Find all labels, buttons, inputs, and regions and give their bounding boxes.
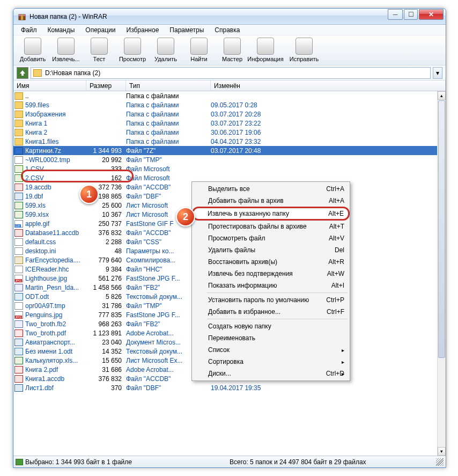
file-type: Файл Microsoft xyxy=(126,174,211,182)
file-size: 777 835 xyxy=(86,311,126,319)
fb2-icon xyxy=(14,320,23,328)
file-date: 09.05.2017 0:28 xyxy=(211,101,437,109)
toolbar-Найти[interactable]: Найти xyxy=(183,36,215,64)
menu-item[interactable]: Добавить файлы в архивAlt+A xyxy=(193,195,349,207)
menu-item[interactable]: Установить пароль по умолчаниюCtrl+P xyxy=(193,294,349,306)
menu-item[interactable]: Сортировка xyxy=(193,356,349,368)
jpg-icon xyxy=(14,275,23,282)
toolbar-Мастер[interactable]: Мастер xyxy=(216,36,248,64)
file-row[interactable]: 599.filesПапка с файлами09.05.2017 0:28 xyxy=(13,100,437,109)
file-size: 20 992 xyxy=(86,156,126,164)
file-name: apple.gif xyxy=(25,220,49,228)
toolbar-Исправить[interactable]: Исправить xyxy=(288,36,320,64)
accdb-icon xyxy=(14,184,23,191)
menu-item[interactable]: Диски...Ctrl+D xyxy=(193,368,349,379)
pdf-icon xyxy=(14,366,23,374)
menu-shortcut: Ctrl+F xyxy=(327,308,344,316)
file-name: Картинки.7z xyxy=(25,147,61,155)
hhc-icon xyxy=(14,266,23,273)
col-name[interactable]: Имя xyxy=(13,80,86,91)
menu-item[interactable]: Показать информациюAlt+I xyxy=(193,280,349,291)
menu-item[interactable]: Извлечь без подтвержденияAlt+W xyxy=(193,268,349,280)
col-date[interactable]: Изменён xyxy=(211,80,446,91)
toolbar-Извлечь...[interactable]: Извлечь... xyxy=(50,36,82,64)
file-name: opr00A9T.tmp xyxy=(25,302,65,310)
menu-file[interactable]: Файл xyxy=(17,25,41,35)
file-row[interactable]: Книга 2Папка с файлами30.06.2017 19:06 xyxy=(13,128,437,137)
menu-operations[interactable]: Операции xyxy=(81,25,120,35)
file-row[interactable]: Лист1.dbf370Файл "DBF"19.04.2017 19:35 xyxy=(13,383,437,392)
scroll-down-button[interactable]: ▾ xyxy=(438,447,446,456)
menu-shortcut: Alt+I xyxy=(331,282,344,289)
menu-item[interactable]: Восстановить архив(ы)Alt+R xyxy=(193,256,349,268)
folder-icon xyxy=(33,69,42,77)
file-name: Lighthouse.jpg xyxy=(25,275,67,282)
app-icon xyxy=(18,12,26,21)
col-type[interactable]: Тип xyxy=(126,80,211,91)
toolbar-Удалить[interactable]: Удалить xyxy=(150,36,182,64)
file-type: Папка с файлами xyxy=(126,120,211,127)
menu-favorites[interactable]: Избранное xyxy=(122,25,164,35)
file-row[interactable]: Картинки.7z1 344 993Файл "7Z"03.07.2017 … xyxy=(13,146,437,155)
gif-icon xyxy=(14,220,23,228)
file-row[interactable]: Книга 1Папка с файлами03.07.2017 23:22 xyxy=(13,119,437,128)
file-date: 03.07.2017 20:48 xyxy=(211,147,437,155)
context-menu: Выделить всеCtrl+AДобавить файлы в архив… xyxy=(191,181,350,381)
file-row[interactable]: ..Папка с файлами xyxy=(13,91,437,100)
status-right: Всего: 5 папок и 24 497 804 байт в 29 фа… xyxy=(230,458,366,466)
toolbar-icon xyxy=(157,38,174,55)
menu-shortcut: Alt+V xyxy=(329,235,344,242)
resize-grip[interactable] xyxy=(436,458,444,466)
minimize-button[interactable]: ─ xyxy=(388,9,403,20)
ini-icon xyxy=(14,247,23,255)
scroll-up-button[interactable]: ▴ xyxy=(438,91,446,100)
status-left: Выбрано: 1 344 993 байт в 1 файле xyxy=(25,458,132,466)
menu-params[interactable]: Параметры xyxy=(165,25,208,35)
jpg-icon xyxy=(14,311,23,319)
menu-item[interactable]: Просмотреть файлAlt+V xyxy=(193,232,349,244)
scroll-thumb[interactable] xyxy=(438,100,445,358)
address-dropdown[interactable]: ▾ xyxy=(433,67,442,79)
menu-item[interactable]: Добавить в избранное...Ctrl+F xyxy=(193,306,349,318)
menu-commands[interactable]: Команды xyxy=(43,25,79,35)
toolbar-Информация[interactable]: Информация xyxy=(249,36,282,64)
col-size[interactable]: Размер xyxy=(86,80,126,91)
scrollbar[interactable]: ▴ ▾ xyxy=(437,91,446,456)
menu-item[interactable]: Протестировать файлы в архивеAlt+T xyxy=(193,221,349,232)
toolbar-Добавить[interactable]: Добавить xyxy=(17,36,49,64)
toolbar-icon xyxy=(91,38,108,55)
menu-item[interactable]: Удалить файлыDel xyxy=(193,244,349,256)
menu-item[interactable]: Создать новую папку xyxy=(193,320,349,332)
menu-item[interactable]: Выделить всеCtrl+A xyxy=(193,183,349,195)
file-name: Two_broth.fb2 xyxy=(25,320,66,328)
menu-label: Просмотреть файл xyxy=(208,235,265,242)
menu-item[interactable]: Список xyxy=(193,344,349,356)
toolbar-label: Удалить xyxy=(154,56,177,62)
menu-label: Переименовать xyxy=(208,334,255,342)
close-button[interactable]: ✕ xyxy=(419,9,444,20)
file-size: 250 737 xyxy=(86,220,126,228)
window-controls: ─ ☐ ✕ xyxy=(388,9,444,20)
up-button[interactable] xyxy=(17,67,28,79)
address-field[interactable]: D:\Новая папка (2) xyxy=(31,67,431,79)
file-row[interactable]: Книга1.filesПапка с файлами04.04.2017 23… xyxy=(13,137,437,146)
file-row[interactable]: ИзображенияПапка с файлами03.07.2017 20:… xyxy=(13,109,437,119)
maximize-button[interactable]: ☐ xyxy=(404,9,418,20)
pdf-icon xyxy=(14,329,23,337)
menu-item[interactable]: Переименовать xyxy=(193,332,349,344)
file-row[interactable]: ~WRL0002.tmp20 992Файл "TMP" xyxy=(13,155,437,164)
toolbar: ДобавитьИзвлечь...ТестПросмотрУдалитьНай… xyxy=(13,35,446,65)
menu-label: Добавить файлы в архив xyxy=(208,197,284,204)
menu-help[interactable]: Справка xyxy=(210,25,244,35)
file-name: Лист1.dbf xyxy=(25,384,54,392)
menu-item[interactable]: Извлечь в указанную папкуAlt+E xyxy=(192,207,350,221)
toolbar-Тест[interactable]: Тест xyxy=(83,36,115,64)
menu-label: Выделить все xyxy=(208,185,250,193)
xls-icon xyxy=(14,202,23,209)
file-name: Калькулятор.xls... xyxy=(25,357,78,364)
titlebar[interactable]: Новая папка (2) - WinRAR ─ ☐ ✕ xyxy=(13,9,446,25)
file-date: 03.07.2017 20:28 xyxy=(211,111,437,118)
tmp-icon xyxy=(14,156,23,164)
statusbar: Выбрано: 1 344 993 байт в 1 файле Всего:… xyxy=(13,456,446,467)
toolbar-Просмотр[interactable]: Просмотр xyxy=(116,36,149,64)
